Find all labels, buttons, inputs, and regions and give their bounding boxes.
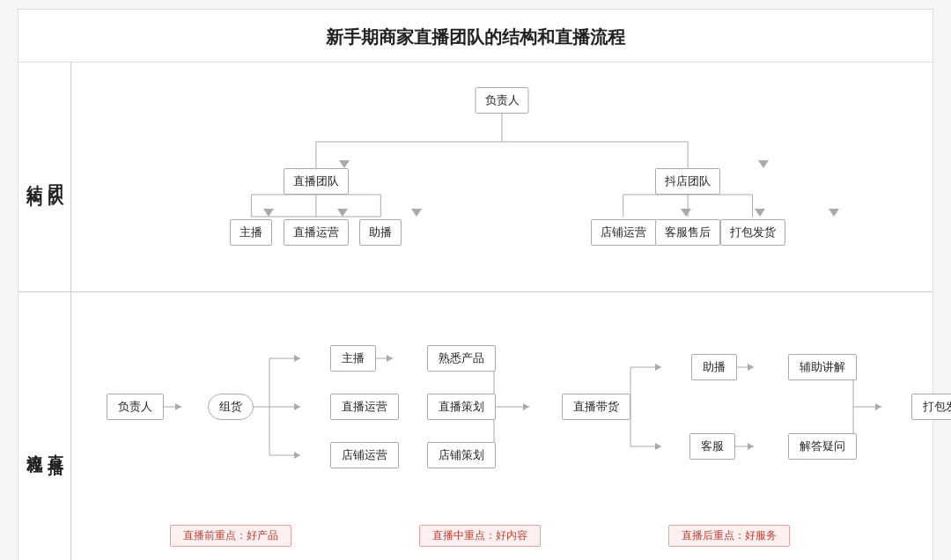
flow-lines <box>80 310 924 521</box>
page-title: 新手期商家直播团队的结构和直播流程 <box>18 10 933 63</box>
flow-node-responsible: 负责人 <box>107 394 164 420</box>
org-chart: 负责人 直播团队 抖店团队 主播 直播运营 助播 店铺运营 客服售后 打包发货 <box>98 80 906 274</box>
badge-post: 直播后重点：好服务 <box>668 525 790 547</box>
flow-node-pack: 打包发货 <box>911 394 951 420</box>
svg-marker-34 <box>294 452 300 459</box>
svg-marker-54 <box>748 364 754 371</box>
svg-marker-52 <box>655 443 661 450</box>
org-child-6: 打包发货 <box>720 219 785 246</box>
org-child-1: 主播 <box>230 219 272 246</box>
org-child-4: 店铺运营 <box>591 219 656 246</box>
team-structure-content: 负责人 直播团队 抖店团队 主播 直播运营 助播 店铺运营 客服售后 打包发货 <box>71 63 933 291</box>
svg-marker-46 <box>523 403 529 410</box>
flow-node-shop-plan: 店铺策划 <box>427 442 496 468</box>
org-child-5: 客服售后 <box>655 219 720 246</box>
flow-node-live: 直播带货 <box>562 394 630 420</box>
svg-marker-32 <box>294 403 300 410</box>
org-top: 负责人 <box>476 87 529 114</box>
flow-node-assist: 助播 <box>691 354 737 380</box>
flow-node-organize: 组货 <box>208 394 254 420</box>
svg-marker-61 <box>875 403 881 410</box>
flow-label: 直播流程 <box>18 292 71 560</box>
badge-pre: 直播前重点：好产品 <box>170 525 291 547</box>
svg-marker-56 <box>748 443 754 450</box>
org-child-2: 直播运营 <box>284 219 349 246</box>
main-container: 新手期商家直播团队的结构和直播流程 团队结构 <box>18 9 933 560</box>
flow-content: 负责人 组货 主播 直播运营 店铺运营 熟悉产品 直播策划 店铺策划 直播带货 … <box>71 292 933 560</box>
flow-node-shop-ops: 店铺运营 <box>330 442 399 468</box>
org-child-3: 助播 <box>359 219 402 246</box>
org-left: 直播团队 <box>284 168 349 195</box>
flow-section: 直播流程 <box>18 292 933 560</box>
flow-node-answer: 解答疑问 <box>788 433 857 460</box>
svg-marker-26 <box>175 403 181 410</box>
badge-mid: 直播中重点：好内容 <box>419 525 541 547</box>
flow-node-ops: 直播运营 <box>330 394 399 420</box>
flow-node-assist-explain: 辅助讲解 <box>788 354 857 380</box>
sections: 团队结构 <box>18 63 933 560</box>
svg-marker-36 <box>387 355 393 362</box>
flow-node-familiar: 熟悉产品 <box>427 345 496 372</box>
flow-node-anchor: 主播 <box>330 345 376 372</box>
team-structure-section: 团队结构 <box>18 63 933 292</box>
org-right: 抖店团队 <box>655 168 720 195</box>
flow-node-live-plan: 直播策划 <box>427 394 496 420</box>
svg-marker-30 <box>294 355 300 362</box>
bottom-badges: 直播前重点：好产品 直播中重点：好内容 直播后重点：好服务 <box>80 525 924 547</box>
team-structure-label: 团队结构 <box>18 63 71 291</box>
svg-marker-50 <box>655 364 661 371</box>
flow-node-service: 客服 <box>689 433 735 460</box>
